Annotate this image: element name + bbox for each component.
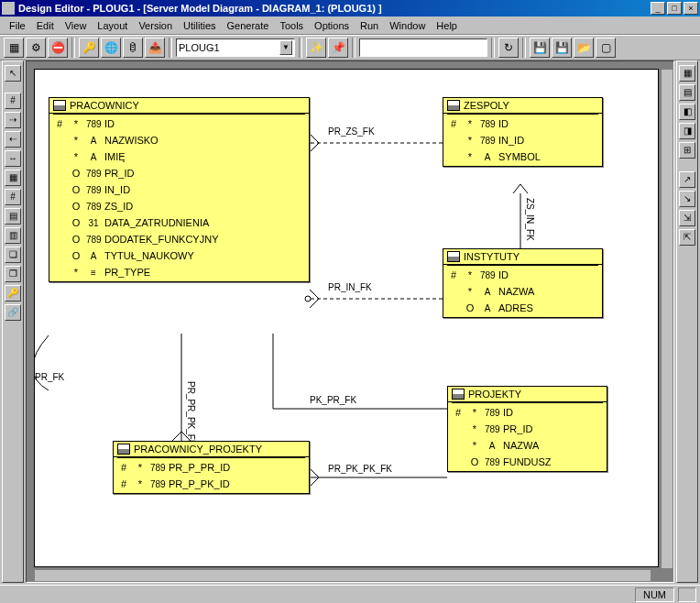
column-row[interactable]: #*789ID (448, 404, 607, 421)
column-row[interactable]: #*789ID (49, 115, 309, 132)
tool-hash-icon[interactable]: # (5, 93, 21, 109)
tool-key-icon[interactable]: 🔑 (79, 38, 99, 58)
tool-fk-icon[interactable]: 🔗 (5, 304, 21, 321)
column-row[interactable]: *AIMIĘ (49, 148, 309, 165)
rtool-7-icon[interactable]: ↘ (679, 191, 695, 207)
column-row[interactable]: O789IN_ID (49, 181, 309, 198)
rtool-1-icon[interactable]: ▦ (679, 65, 695, 82)
tool-link2-icon[interactable]: ⇠ (5, 131, 21, 148)
horizontal-scrollbar[interactable] (34, 569, 651, 582)
column-row[interactable]: *ASYMBOL (443, 148, 602, 165)
menu-view[interactable]: View (60, 18, 93, 33)
column-row[interactable]: *ANAZWA (448, 437, 607, 454)
tool-link3-icon[interactable]: ↔ (5, 150, 21, 167)
svg-line-17 (310, 477, 319, 487)
svg-line-2 (310, 143, 319, 152)
tool-hash2-icon[interactable]: # (5, 189, 21, 205)
column-row[interactable]: O789DODATEK_FUNKCYJNY (49, 231, 309, 247)
tool-layers-icon[interactable]: ❏ (5, 247, 21, 263)
menu-edit[interactable]: Edit (31, 18, 60, 33)
column-row[interactable]: OAADRES (443, 300, 602, 316)
menu-options[interactable]: Options (309, 18, 355, 33)
column-row[interactable]: *789PR_ID (448, 421, 607, 437)
rtool-8-icon[interactable]: ⇲ (679, 210, 695, 226)
tool-generate-icon[interactable]: ⚙ (26, 38, 46, 58)
tool-db-icon[interactable]: 🛢 (123, 38, 143, 58)
column-row[interactable]: O31DATA_ZATRUDNIENIA (49, 214, 309, 231)
entity-projekty[interactable]: PROJEKTY #*789ID*789PR_ID*ANAZWAO789FUND… (447, 386, 607, 472)
project-combo[interactable]: PLOUG1 ▼ (176, 38, 295, 57)
tool-globe-icon[interactable]: 🌐 (101, 38, 121, 58)
tool-saveall-icon[interactable]: 💾 (552, 38, 572, 58)
menu-file[interactable]: File (4, 18, 31, 33)
window-title: Design Editor - PLOUG1 - [Server Model D… (18, 3, 382, 14)
tool-stop-icon[interactable]: ⛔ (48, 38, 68, 58)
close-button[interactable]: × (684, 2, 698, 15)
column-row[interactable]: *ANAZWA (443, 283, 602, 300)
column-row[interactable]: #*789ID (443, 267, 602, 283)
menu-version[interactable]: Version (133, 18, 178, 33)
type-icon: A (86, 136, 101, 146)
menu-tools[interactable]: Tools (274, 18, 309, 33)
column-name: PR_TYPE (104, 267, 305, 278)
tool-export-icon[interactable]: 📤 (145, 38, 165, 58)
tool-table-icon[interactable]: ▦ (5, 170, 21, 186)
column-row[interactable]: *ANAZWISKO (49, 132, 309, 148)
rtool-4-icon[interactable]: ◨ (679, 123, 695, 139)
rtool-6-icon[interactable]: ↗ (679, 171, 695, 188)
null-indicator: * (134, 462, 147, 473)
column-row[interactable]: O789ZS_ID (49, 198, 309, 214)
column-name: TYTUŁ_NAUKOWY (104, 250, 305, 261)
rtool-2-icon[interactable]: ▤ (679, 84, 695, 101)
maximize-button[interactable]: □ (667, 2, 682, 15)
rtool-3-icon[interactable]: ◧ (679, 104, 695, 120)
column-row[interactable]: *789IN_ID (443, 132, 602, 148)
menu-help[interactable]: Help (431, 18, 463, 33)
type-icon: A (86, 152, 101, 162)
entity-instytuty[interactable]: INSTYTUTY #*789ID*ANAZWAOAADRES (443, 248, 603, 318)
tool-grid-icon[interactable]: ▤ (5, 208, 21, 225)
tool-grid2-icon[interactable]: ▥ (5, 227, 21, 244)
search-field[interactable] (359, 38, 487, 57)
key-indicator: # (53, 118, 66, 129)
diagram-sheet[interactable]: PR_ZS_FK PR_IN_FK PK_PR_FK PR_PK_PK_FK P… (34, 69, 659, 567)
column-row[interactable]: #*789PR_P_PK_ID (114, 476, 309, 492)
null-indicator: * (70, 135, 82, 146)
tool-refresh-icon[interactable]: ↻ (498, 38, 519, 58)
chevron-down-icon[interactable]: ▼ (279, 40, 292, 55)
vertical-scrollbar[interactable] (661, 69, 673, 569)
column-row[interactable]: O789PR_ID (49, 165, 309, 181)
menu-layout[interactable]: Layout (92, 18, 133, 33)
tool-pk-icon[interactable]: 🔑 (5, 285, 21, 302)
column-row[interactable]: #*789ID (443, 115, 602, 132)
entity-pracownicy[interactable]: PRACOWNICY #*789ID*ANAZWISKO*AIMIĘO789PR… (49, 97, 310, 282)
tool-open-icon[interactable]: 📂 (574, 38, 594, 58)
column-name: ID (498, 269, 598, 280)
tool-new-icon[interactable]: ▦ (4, 38, 24, 58)
app-icon (2, 2, 15, 15)
minimize-button[interactable]: _ (651, 2, 665, 15)
column-row[interactable]: *≡PR_TYPE (49, 264, 309, 280)
type-icon: 789 (485, 457, 499, 467)
tool-layers2-icon[interactable]: ❐ (5, 266, 21, 282)
null-indicator: * (464, 118, 476, 129)
status-empty (678, 587, 696, 602)
key-indicator: # (117, 478, 130, 489)
tool-link1-icon[interactable]: ⇢ (5, 112, 21, 128)
column-row[interactable]: OATYTUŁ_NAUKOWY (49, 247, 309, 264)
menu-generate[interactable]: Generate (222, 18, 275, 33)
tool-save-icon[interactable]: 💾 (530, 38, 550, 58)
entity-zespoly[interactable]: ZESPOLY #*789ID*789IN_ID*ASYMBOL (443, 97, 603, 167)
menu-run[interactable]: Run (355, 18, 384, 33)
rtool-9-icon[interactable]: ⇱ (679, 229, 695, 246)
tool-wand-icon[interactable]: ✨ (306, 38, 326, 58)
entity-pracownicy-projekty[interactable]: PRACOWNICY_PROJEKTY #*789PR_P_PR_ID#*789… (113, 441, 310, 494)
rtool-5-icon[interactable]: ⊞ (679, 142, 695, 159)
tool-newdoc-icon[interactable]: ▢ (596, 38, 616, 58)
menu-window[interactable]: Window (384, 18, 431, 33)
column-row[interactable]: O789FUNDUSZ (448, 454, 607, 470)
menu-utilities[interactable]: Utilities (178, 18, 221, 33)
column-row[interactable]: #*789PR_P_PR_ID (114, 459, 309, 476)
tool-pointer-icon[interactable]: ↖ (5, 65, 21, 82)
tool-pin-icon[interactable]: 📌 (328, 38, 348, 58)
